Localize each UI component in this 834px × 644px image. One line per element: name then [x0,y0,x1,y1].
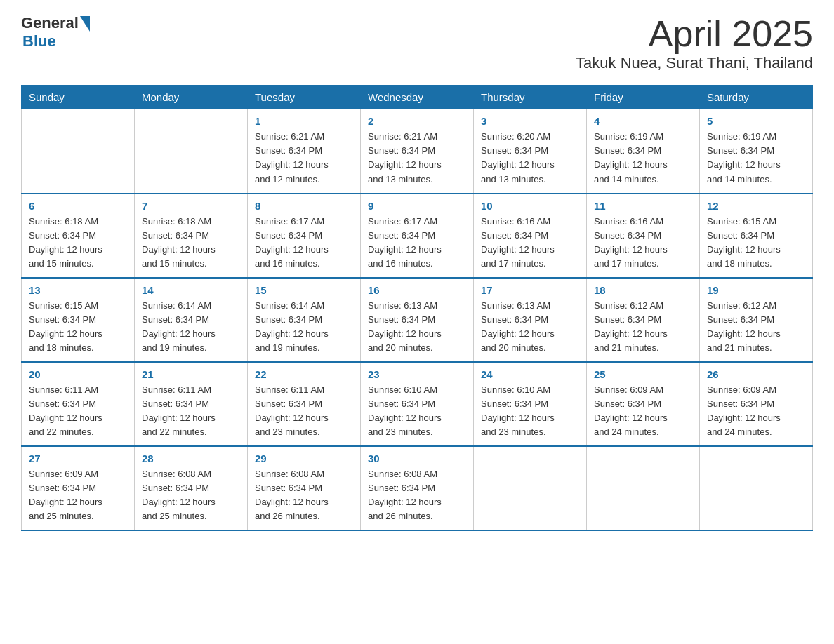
day-info: Sunrise: 6:15 AMSunset: 6:34 PMDaylight:… [29,299,127,356]
calendar-cell: 4Sunrise: 6:19 AMSunset: 6:34 PMDaylight… [587,109,700,194]
calendar-header-row: SundayMondayTuesdayWednesdayThursdayFrid… [22,86,813,109]
day-info: Sunrise: 6:17 AMSunset: 6:34 PMDaylight:… [255,215,353,271]
day-number: 27 [29,452,127,464]
calendar-cell: 3Sunrise: 6:20 AMSunset: 6:34 PMDaylight… [474,109,587,194]
calendar-cell [135,109,248,194]
calendar-cell [700,446,813,530]
calendar-cell: 5Sunrise: 6:19 AMSunset: 6:34 PMDaylight… [700,109,813,194]
header-day-thursday: Thursday [474,86,587,109]
calendar-cell: 29Sunrise: 6:08 AMSunset: 6:34 PMDayligh… [248,446,361,530]
header-day-friday: Friday [587,86,700,109]
day-number: 23 [368,368,466,380]
calendar-week-1: 1Sunrise: 6:21 AMSunset: 6:34 PMDaylight… [22,109,813,194]
calendar-week-2: 6Sunrise: 6:18 AMSunset: 6:34 PMDaylight… [22,194,813,278]
day-number: 24 [481,368,579,380]
day-info: Sunrise: 6:08 AMSunset: 6:34 PMDaylight:… [142,467,240,524]
calendar-cell: 2Sunrise: 6:21 AMSunset: 6:34 PMDaylight… [361,109,474,194]
calendar-cell: 23Sunrise: 6:10 AMSunset: 6:34 PMDayligh… [361,362,474,446]
calendar-cell: 12Sunrise: 6:15 AMSunset: 6:34 PMDayligh… [700,194,813,278]
day-number: 25 [594,368,692,380]
day-number: 15 [255,284,353,296]
header-day-tuesday: Tuesday [248,86,361,109]
header-day-sunday: Sunday [22,86,135,109]
day-info: Sunrise: 6:12 AMSunset: 6:34 PMDaylight:… [594,299,692,356]
calendar-cell: 18Sunrise: 6:12 AMSunset: 6:34 PMDayligh… [587,278,700,362]
calendar-cell: 7Sunrise: 6:18 AMSunset: 6:34 PMDaylight… [135,194,248,278]
calendar-cell: 28Sunrise: 6:08 AMSunset: 6:34 PMDayligh… [135,446,248,530]
calendar-cell: 10Sunrise: 6:16 AMSunset: 6:34 PMDayligh… [474,194,587,278]
calendar-cell: 6Sunrise: 6:18 AMSunset: 6:34 PMDaylight… [22,194,135,278]
day-info: Sunrise: 6:14 AMSunset: 6:34 PMDaylight:… [255,299,353,356]
day-info: Sunrise: 6:21 AMSunset: 6:34 PMDaylight:… [368,130,466,187]
calendar-week-4: 20Sunrise: 6:11 AMSunset: 6:34 PMDayligh… [22,362,813,446]
calendar-week-5: 27Sunrise: 6:09 AMSunset: 6:34 PMDayligh… [22,446,813,530]
calendar-title: April 2025 [576,14,813,54]
header-day-monday: Monday [135,86,248,109]
calendar-cell [22,109,135,194]
day-info: Sunrise: 6:11 AMSunset: 6:34 PMDaylight:… [255,383,353,440]
day-number: 19 [707,284,805,296]
day-info: Sunrise: 6:20 AMSunset: 6:34 PMDaylight:… [481,130,579,187]
calendar-location: Takuk Nuea, Surat Thani, Thailand [576,54,813,72]
calendar-cell: 30Sunrise: 6:08 AMSunset: 6:34 PMDayligh… [361,446,474,530]
day-info: Sunrise: 6:11 AMSunset: 6:34 PMDaylight:… [142,383,240,440]
day-number: 1 [255,115,353,127]
logo: General Blue [21,14,90,51]
calendar-cell: 14Sunrise: 6:14 AMSunset: 6:34 PMDayligh… [135,278,248,362]
logo-blue: Blue [22,32,90,51]
day-number: 22 [255,368,353,380]
calendar-cell: 25Sunrise: 6:09 AMSunset: 6:34 PMDayligh… [587,362,700,446]
day-info: Sunrise: 6:08 AMSunset: 6:34 PMDaylight:… [255,467,353,524]
day-number: 8 [255,200,353,212]
calendar-table: SundayMondayTuesdayWednesdayThursdayFrid… [21,85,813,531]
day-info: Sunrise: 6:19 AMSunset: 6:34 PMDaylight:… [707,130,805,187]
calendar-cell: 13Sunrise: 6:15 AMSunset: 6:34 PMDayligh… [22,278,135,362]
day-info: Sunrise: 6:09 AMSunset: 6:34 PMDaylight:… [594,383,692,440]
day-info: Sunrise: 6:15 AMSunset: 6:34 PMDaylight:… [707,215,805,271]
day-number: 17 [481,284,579,296]
day-info: Sunrise: 6:11 AMSunset: 6:34 PMDaylight:… [29,383,127,440]
calendar-cell: 22Sunrise: 6:11 AMSunset: 6:34 PMDayligh… [248,362,361,446]
calendar-week-3: 13Sunrise: 6:15 AMSunset: 6:34 PMDayligh… [22,278,813,362]
day-info: Sunrise: 6:19 AMSunset: 6:34 PMDaylight:… [594,130,692,187]
day-info: Sunrise: 6:09 AMSunset: 6:34 PMDaylight:… [29,467,127,524]
day-number: 28 [142,452,240,464]
day-info: Sunrise: 6:16 AMSunset: 6:34 PMDaylight:… [481,215,579,271]
calendar-cell: 24Sunrise: 6:10 AMSunset: 6:34 PMDayligh… [474,362,587,446]
calendar-cell: 8Sunrise: 6:17 AMSunset: 6:34 PMDaylight… [248,194,361,278]
calendar-cell: 1Sunrise: 6:21 AMSunset: 6:34 PMDaylight… [248,109,361,194]
day-info: Sunrise: 6:08 AMSunset: 6:34 PMDaylight:… [368,467,466,524]
logo-general: General [21,14,79,32]
day-number: 4 [594,115,692,127]
header-day-wednesday: Wednesday [361,86,474,109]
day-number: 18 [594,284,692,296]
title-block: April 2025 Takuk Nuea, Surat Thani, Thai… [576,14,813,72]
calendar-cell: 27Sunrise: 6:09 AMSunset: 6:34 PMDayligh… [22,446,135,530]
calendar-cell: 21Sunrise: 6:11 AMSunset: 6:34 PMDayligh… [135,362,248,446]
calendar-cell: 26Sunrise: 6:09 AMSunset: 6:34 PMDayligh… [700,362,813,446]
day-info: Sunrise: 6:12 AMSunset: 6:34 PMDaylight:… [707,299,805,356]
header-day-saturday: Saturday [700,86,813,109]
day-number: 29 [255,452,353,464]
day-number: 14 [142,284,240,296]
calendar-cell: 15Sunrise: 6:14 AMSunset: 6:34 PMDayligh… [248,278,361,362]
day-info: Sunrise: 6:09 AMSunset: 6:34 PMDaylight:… [707,383,805,440]
day-info: Sunrise: 6:18 AMSunset: 6:34 PMDaylight:… [29,215,127,271]
day-info: Sunrise: 6:16 AMSunset: 6:34 PMDaylight:… [594,215,692,271]
logo-triangle-icon [80,16,90,32]
calendar-cell: 16Sunrise: 6:13 AMSunset: 6:34 PMDayligh… [361,278,474,362]
calendar-cell [474,446,587,530]
day-info: Sunrise: 6:14 AMSunset: 6:34 PMDaylight:… [142,299,240,356]
day-number: 3 [481,115,579,127]
day-info: Sunrise: 6:13 AMSunset: 6:34 PMDaylight:… [368,299,466,356]
day-number: 7 [142,200,240,212]
day-number: 9 [368,200,466,212]
day-info: Sunrise: 6:13 AMSunset: 6:34 PMDaylight:… [481,299,579,356]
day-number: 5 [707,115,805,127]
day-number: 20 [29,368,127,380]
day-number: 6 [29,200,127,212]
day-info: Sunrise: 6:10 AMSunset: 6:34 PMDaylight:… [368,383,466,440]
day-info: Sunrise: 6:17 AMSunset: 6:34 PMDaylight:… [368,215,466,271]
day-number: 2 [368,115,466,127]
day-info: Sunrise: 6:10 AMSunset: 6:34 PMDaylight:… [481,383,579,440]
